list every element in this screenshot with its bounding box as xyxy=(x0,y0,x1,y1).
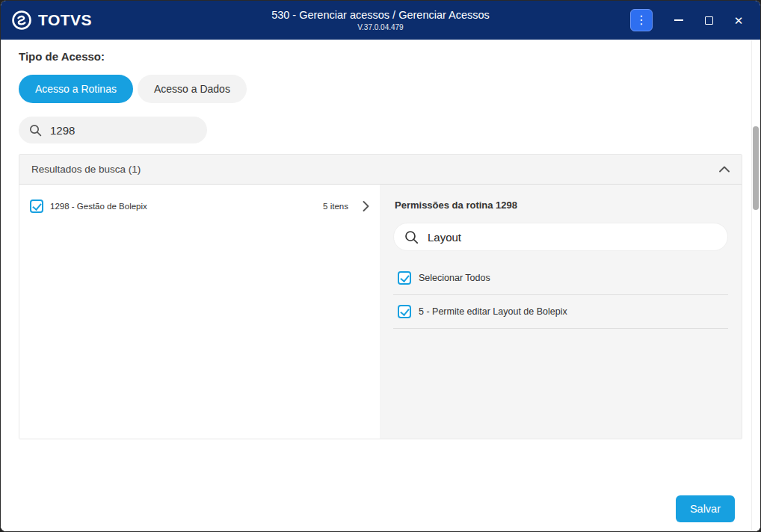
scrollbar-thumb[interactable] xyxy=(753,126,759,210)
select-all-label: Selecionar Todos xyxy=(419,273,490,283)
access-type-tabs: Acesso a Rotinas Acesso a Dados xyxy=(19,75,742,103)
scrollbar-track[interactable] xyxy=(751,40,760,531)
minimize-icon xyxy=(674,19,683,21)
results-panel-body: 1298 - Gestão de Bolepix 5 itens Permiss… xyxy=(19,185,742,439)
permissions-panel: Permissões da rotina 1298 Selecionar Tod… xyxy=(380,185,742,439)
brand: TOTVS xyxy=(11,10,92,31)
select-all-row[interactable]: Selecionar Todos xyxy=(393,262,728,295)
maximize-button[interactable] xyxy=(697,9,720,31)
brand-name: TOTVS xyxy=(38,11,92,29)
tab-acesso-a-dados[interactable]: Acesso a Dados xyxy=(138,75,247,103)
search-icon xyxy=(404,230,419,244)
permissions-title: Permissões da rotina 1298 xyxy=(395,200,728,211)
routine-checkbox[interactable] xyxy=(30,200,43,213)
titlebar: TOTVS 530 - Gerenciar acessos / Gerencia… xyxy=(1,1,760,40)
kebab-menu-icon[interactable]: ⋮ xyxy=(630,9,653,31)
routine-list: 1298 - Gestão de Bolepix 5 itens xyxy=(19,185,380,439)
search-icon xyxy=(29,124,42,137)
results-header-title: Resultados de busca (1) xyxy=(31,164,141,175)
permissions-search-input[interactable] xyxy=(426,230,717,244)
routine-search-input[interactable] xyxy=(49,123,197,137)
app-version: V.37.0.04.479 xyxy=(357,23,403,31)
save-button[interactable]: Salvar xyxy=(676,495,735,522)
tab-acesso-a-rotinas[interactable]: Acesso a Rotinas xyxy=(19,75,133,103)
permission-row[interactable]: 5 - Permite editar Layout de Bolepix xyxy=(393,295,728,329)
titlebar-controls: ⋮ ✕ xyxy=(630,9,750,31)
results-panel: Resultados de busca (1) 1298 - Gestão de… xyxy=(19,154,742,439)
routine-items-count: 5 itens xyxy=(323,202,348,211)
chevron-right-icon[interactable] xyxy=(363,201,369,211)
maximize-icon xyxy=(705,16,713,25)
select-all-checkbox[interactable] xyxy=(398,271,411,285)
chevron-up-icon[interactable] xyxy=(719,166,730,173)
access-type-label: Tipo de Acesso: xyxy=(19,40,742,63)
permission-checkbox[interactable] xyxy=(398,305,411,318)
routine-label: 1298 - Gestão de Bolepix xyxy=(50,202,147,211)
totvs-logo-icon xyxy=(11,10,32,31)
results-panel-header[interactable]: Resultados de busca (1) xyxy=(19,155,742,185)
main-content: Tipo de Acesso: Acesso a Rotinas Acesso … xyxy=(1,40,760,532)
app-window: TOTVS 530 - Gerenciar acessos / Gerencia… xyxy=(0,0,761,532)
minimize-button[interactable] xyxy=(668,9,690,31)
close-button[interactable]: ✕ xyxy=(727,9,750,31)
close-icon: ✕ xyxy=(734,15,744,26)
routine-search-box[interactable] xyxy=(19,117,207,143)
permission-label: 5 - Permite editar Layout de Bolepix xyxy=(419,306,567,317)
routine-row[interactable]: 1298 - Gestão de Bolepix 5 itens xyxy=(19,194,380,219)
window-title: 530 - Gerenciar acessos / Gerenciar Aces… xyxy=(271,9,490,21)
permissions-search-box[interactable] xyxy=(393,223,728,251)
